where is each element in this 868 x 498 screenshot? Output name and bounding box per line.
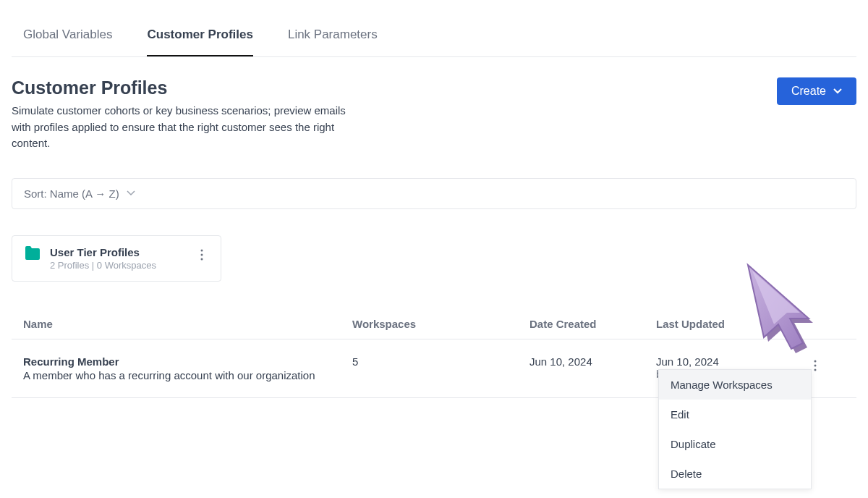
tab-link-parameters[interactable]: Link Parameters: [288, 12, 378, 56]
folder-card[interactable]: User Tier Profiles 2 Profiles | 0 Worksp…: [12, 235, 221, 282]
chevron-down-icon: [833, 86, 842, 96]
svg-point-2: [201, 258, 203, 260]
svg-point-4: [814, 364, 817, 366]
page-description: Simulate customer cohorts or key busines…: [12, 103, 359, 152]
row-date-created: Jun 10, 2024: [529, 355, 656, 368]
menu-edit[interactable]: Edit: [659, 400, 811, 429]
svg-point-0: [201, 249, 203, 251]
col-header-last-updated: Last Updated: [656, 318, 801, 330]
menu-delete[interactable]: Delete: [659, 459, 811, 489]
folder-icon: [24, 246, 41, 261]
row-workspaces: 5: [352, 355, 529, 368]
col-header-name: Name: [23, 318, 352, 330]
menu-duplicate[interactable]: Duplicate: [659, 429, 811, 459]
tab-global-variables[interactable]: Global Variables: [23, 12, 112, 56]
create-button[interactable]: Create: [777, 77, 856, 105]
row-name: Recurring Member: [23, 355, 352, 368]
tab-customer-profiles[interactable]: Customer Profiles: [147, 12, 252, 56]
chevron-down-icon: [127, 188, 135, 198]
folder-meta: 2 Profiles | 0 Workspaces: [50, 260, 186, 271]
tabs-bar: Global Variables Customer Profiles Link …: [12, 12, 856, 57]
kebab-icon: [200, 249, 203, 261]
folder-kebab-menu[interactable]: [195, 246, 209, 266]
page-header: Customer Profiles Simulate customer coho…: [12, 77, 856, 152]
svg-point-5: [814, 368, 817, 371]
folder-info: User Tier Profiles 2 Profiles | 0 Worksp…: [50, 246, 186, 271]
svg-point-1: [201, 253, 203, 256]
table-header: Name Workspaces Date Created Last Update…: [12, 311, 856, 339]
folder-name: User Tier Profiles: [50, 246, 186, 258]
page-title: Customer Profiles: [12, 77, 359, 98]
svg-point-3: [814, 360, 817, 362]
row-description: A member who has a recurring account wit…: [23, 369, 352, 381]
create-button-label: Create: [791, 85, 826, 98]
sort-dropdown[interactable]: Sort: Name (A → Z): [12, 178, 856, 209]
row-updated-date: Jun 10, 2024: [656, 355, 801, 368]
menu-manage-workspaces[interactable]: Manage Workspaces: [659, 370, 811, 400]
kebab-icon: [814, 360, 817, 371]
row-actions-dropdown: Manage Workspaces Edit Duplicate Delete: [658, 369, 812, 489]
col-header-workspaces: Workspaces: [352, 318, 529, 330]
col-header-date-created: Date Created: [529, 318, 656, 330]
sort-label: Sort: Name (A → Z): [24, 187, 119, 200]
